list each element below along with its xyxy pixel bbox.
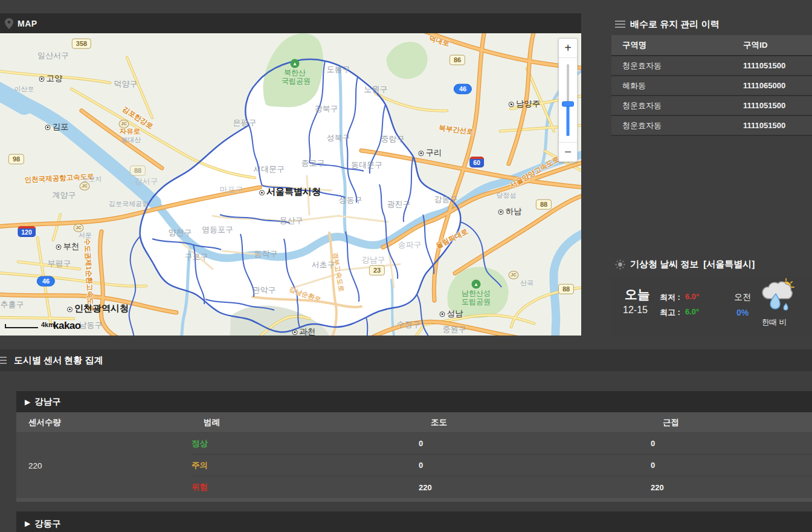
weather-condition-label: 한때 비 [762, 317, 787, 328]
zoom-slider-fill [567, 104, 570, 136]
weather-panel-title: 기상청 날씨 정보 [630, 259, 698, 270]
history-panel: 배수로 유지 관리 이력 구역명 구역ID 청운효자동1111051500혜화동… [611, 13, 812, 136]
history-panel-title: 배수로 유지 관리 이력 [630, 19, 720, 30]
section-name: 강남구 [34, 396, 61, 407]
sensor-count-value: 220 [16, 433, 192, 498]
weather-date: 12-15 [623, 305, 648, 316]
sun-icon [615, 259, 625, 270]
map-pin-icon [5, 18, 13, 29]
proximity-value: 0 [651, 439, 812, 448]
sensor-section-gangnam: ▶ 강남구 센서수량 범례 조도 근접 220 정상00주의00위험220220 [16, 391, 812, 502]
zoom-slider-handle[interactable] [562, 102, 574, 107]
high-value: 6.0° [685, 307, 699, 316]
history-table-body: 청운효자동1111051500혜화동1111065000청운효자동1111051… [611, 56, 812, 136]
table-row[interactable]: 청운효자동1111051500 [611, 96, 812, 116]
zone-name-cell: 청운효자동 [622, 120, 743, 131]
history-panel-header: 배수로 유지 관리 이력 [611, 13, 812, 35]
weather-region: [서울특별시] [703, 259, 755, 270]
sensor-table-footer [16, 498, 812, 502]
low-value: 6.0° [685, 292, 699, 301]
precip-value: 0% [736, 308, 749, 317]
column-proximity: 근접 [663, 417, 812, 428]
column-zone-id: 구역ID [743, 40, 812, 51]
weather-panel-body: 오늘 12-15 최저 : 6.0° 최고 : 6.0° 오전 0% 한때 비 [611, 276, 812, 337]
map-panel-title: MAP [18, 19, 37, 28]
column-sensor-count: 센서수량 [28, 417, 204, 428]
illuminance-value: 0 [419, 439, 651, 448]
sensor-rows: 정상00주의00위험220220 [192, 433, 812, 498]
expand-triangle-icon: ▶ [25, 519, 30, 528]
legend-label: 정상 [192, 438, 419, 449]
zone-id-cell: 1111051500 [743, 121, 812, 130]
weather-period-label: 오전 [734, 292, 751, 303]
map-base [0, 33, 581, 336]
zoom-in-button[interactable]: + [559, 39, 577, 58]
sensor-row: 정상00 [192, 433, 812, 455]
proximity-value: 0 [651, 461, 812, 470]
sensor-row: 주의00 [192, 455, 812, 476]
zone-name-cell: 청운효자동 [622, 60, 743, 71]
zoom-slider[interactable] [559, 58, 577, 142]
zone-name-cell: 청운효자동 [622, 100, 743, 111]
weather-condition-icon [761, 278, 795, 314]
sensor-panel-title: 도시별 센서 현황 집계 [14, 355, 103, 366]
table-row[interactable]: 청운효자동1111051500 [611, 56, 812, 76]
table-row[interactable]: 혜화동1111065000 [611, 76, 812, 96]
illuminance-value: 0 [419, 461, 651, 470]
zone-id-cell: 1111065000 [743, 81, 812, 90]
high-temp-label: 최고 : [660, 307, 680, 318]
zone-name-cell: 혜화동 [622, 80, 743, 91]
sensor-panel-header: 도시별 센서 현황 집계 [0, 349, 812, 371]
weather-day-label: 오늘 [625, 286, 650, 303]
map-canvas[interactable]: 일산서구고양덕양구이산포3588646덕내로김포김포한강로JC자유로봉대산98인… [0, 33, 581, 336]
map-zoom-control: + − [558, 38, 578, 162]
history-table-header: 구역명 구역ID [611, 35, 812, 56]
zoom-out-button[interactable]: − [559, 142, 577, 161]
column-zone-name: 구역명 [622, 40, 743, 51]
illuminance-value: 220 [419, 483, 651, 492]
list-icon [615, 21, 625, 22]
legend-label: 위험 [192, 482, 419, 493]
proximity-value: 220 [651, 483, 812, 492]
section-name: 강동구 [34, 518, 61, 530]
section-bar-gangnam[interactable]: ▶ 강남구 [16, 391, 812, 412]
map-scale-bar: 4km [5, 321, 54, 328]
section-bar-gangdong[interactable]: ▶ 강동구 [16, 511, 812, 532]
column-illuminance: 조도 [431, 417, 663, 428]
list-icon [0, 357, 7, 358]
scale-label: 4km [41, 321, 54, 328]
map-panel-header: MAP [0, 13, 581, 33]
sensor-table-body: 220 정상00주의00위험220220 [16, 433, 812, 498]
expand-triangle-icon: ▶ [25, 398, 30, 406]
zone-id-cell: 1111051500 [743, 101, 812, 110]
sensor-table-header: 센서수량 범례 조도 근접 [16, 412, 812, 433]
legend-label: 주의 [192, 460, 419, 471]
table-row[interactable]: 청운효자동1111051500 [611, 116, 812, 136]
low-temp-label: 최저 : [660, 292, 680, 303]
sensor-section-gangdong: ▶ 강동구 [16, 511, 812, 532]
weather-panel-header: 기상청 날씨 정보 [서울특별시] [611, 254, 812, 274]
kakao-logo: kakao [53, 320, 81, 332]
column-legend: 범례 [204, 417, 431, 428]
sensor-row: 위험220220 [192, 476, 812, 498]
map-panel: MAP [0, 13, 581, 336]
zone-id-cell: 1111051500 [743, 61, 812, 70]
scale-line [5, 324, 38, 328]
